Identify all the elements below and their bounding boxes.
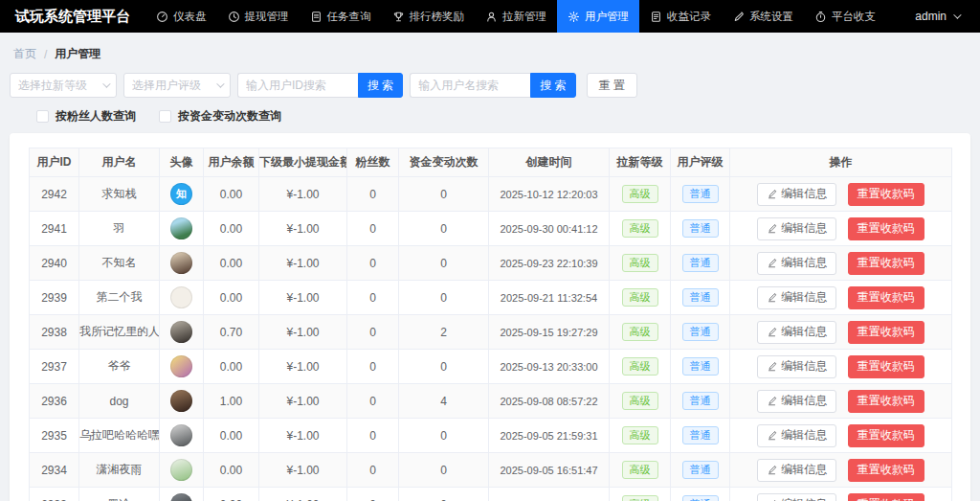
column-header: 创建时间	[489, 148, 610, 177]
edit-info-button[interactable]: 编辑信息	[757, 390, 836, 413]
pencil-icon	[767, 465, 777, 475]
records-icon	[650, 11, 662, 23]
column-header: 操作	[730, 148, 952, 177]
referral-level-tag: 高级	[622, 323, 658, 341]
edit-info-button[interactable]: 编辑信息	[757, 321, 836, 344]
nav-item[interactable]: 提现管理	[217, 0, 300, 33]
edit-info-button[interactable]: 编辑信息	[757, 286, 836, 309]
reset-payment-code-button[interactable]: 重置收款码	[848, 424, 924, 447]
fund-changes-checkbox[interactable]: 按资金变动次数查询	[159, 108, 281, 125]
nav-item[interactable]: 排行榜奖励	[382, 0, 476, 33]
cell-username: 潇湘夜雨	[79, 453, 160, 488]
user-menu[interactable]: admin	[894, 0, 980, 33]
cell-fund-changes: 0	[399, 212, 489, 246]
column-header: 拉新等级	[610, 148, 671, 177]
cell-referral-level: 高级	[610, 488, 671, 501]
cell-balance: 0.70	[204, 315, 259, 350]
edit-info-label: 编辑信息	[781, 496, 827, 501]
cell-fans: 0	[347, 212, 399, 246]
checkbox-box	[159, 110, 171, 123]
edit-info-button[interactable]: 编辑信息	[757, 493, 836, 501]
cell-user-rating: 普通	[671, 488, 730, 501]
reset-payment-code-button[interactable]: 重置收款码	[848, 252, 924, 275]
cell-avatar	[160, 246, 204, 281]
reset-payment-code-button[interactable]: 重置收款码	[848, 493, 924, 501]
avatar	[170, 217, 192, 239]
cell-referral-level: 高级	[610, 177, 671, 212]
cell-created-time: 2025-09-23 22:10:39	[489, 246, 610, 281]
nav-item-label: 仪表盘	[173, 10, 207, 24]
reset-payment-code-button[interactable]: 重置收款码	[848, 390, 924, 413]
edit-info-button[interactable]: 编辑信息	[757, 424, 836, 447]
referral-level-tag: 高级	[622, 254, 658, 272]
user-icon	[485, 11, 498, 23]
edit-info-button[interactable]: 编辑信息	[757, 459, 836, 482]
fund-changes-checkbox-label: 按资金变动次数查询	[178, 108, 281, 125]
breadcrumb: 首页 / 用户管理	[13, 46, 970, 62]
search-name-button[interactable]: 搜 索	[530, 73, 575, 98]
table-header-row: 用户ID用户名头像用户余额下级最小提现金额粉丝数资金变动次数创建时间拉新等级用户…	[30, 148, 952, 177]
breadcrumb-home[interactable]: 首页	[13, 46, 36, 62]
edit-info-button[interactable]: 编辑信息	[757, 252, 836, 275]
cell-operations: 编辑信息 重置收款码	[730, 488, 952, 501]
cell-referral-level: 高级	[610, 212, 671, 246]
avatar	[170, 286, 192, 308]
cell-username: 我所记忆里的人	[79, 315, 160, 350]
nav-item[interactable]: 仪表盘	[145, 0, 217, 33]
cell-balance: 0.00	[204, 177, 259, 212]
nav-item[interactable]: 平台收支	[804, 0, 886, 33]
breadcrumb-separator: /	[44, 48, 47, 61]
cell-user-id: 2935	[30, 419, 79, 453]
pencil-icon	[767, 430, 777, 441]
search-id-button[interactable]: 搜 索	[358, 73, 403, 98]
reset-button[interactable]: 重 置	[587, 73, 637, 98]
cell-referral-level: 高级	[610, 315, 671, 350]
username: admin	[915, 10, 947, 23]
user-rating-tag: 普通	[682, 461, 719, 479]
cell-operations: 编辑信息 重置收款码	[730, 177, 952, 212]
cell-balance: 1.00	[204, 384, 259, 419]
user-id-search-input[interactable]	[237, 73, 358, 98]
cell-avatar	[160, 488, 204, 501]
cell-created-time: 2025-09-15 19:27:29	[489, 315, 610, 350]
edit-info-button[interactable]: 编辑信息	[757, 217, 836, 240]
user-table: 用户ID用户名头像用户余额下级最小提现金额粉丝数资金变动次数创建时间拉新等级用户…	[29, 148, 952, 501]
nav-item[interactable]: 任务查询	[300, 0, 382, 33]
column-header: 用户评级	[671, 148, 730, 177]
cell-avatar: 知	[160, 177, 204, 212]
username-search-input[interactable]	[410, 73, 530, 98]
cell-user-id: 2936	[30, 384, 79, 419]
reset-payment-code-button[interactable]: 重置收款码	[848, 217, 924, 240]
cell-created-time: 2025-09-30 00:41:12	[489, 212, 610, 246]
cell-user-rating: 普通	[671, 384, 730, 419]
cell-operations: 编辑信息 重置收款码	[730, 419, 952, 453]
nav-item[interactable]: 用户管理	[557, 0, 639, 33]
cell-username: 第二个我	[79, 281, 160, 315]
reset-payment-code-button[interactable]: 重置收款码	[848, 183, 924, 206]
cell-min-withdraw: ¥-1.00	[259, 453, 347, 488]
referral-level-select[interactable]: 选择拉新等级	[10, 73, 117, 98]
user-rating-tag: 普通	[682, 323, 719, 341]
cell-user-id: 2938	[30, 315, 79, 350]
cell-fans: 0	[347, 177, 399, 212]
reset-payment-code-button[interactable]: 重置收款码	[848, 355, 924, 378]
user-rating-placeholder: 选择用户评级	[132, 78, 201, 94]
cell-created-time: 2025-09-05 21:59:31	[489, 419, 610, 453]
cell-fans: 0	[347, 488, 399, 501]
nav-item-label: 提现管理	[245, 10, 289, 24]
fans-count-checkbox[interactable]: 按粉丝人数查询	[36, 108, 136, 125]
reset-payment-code-button[interactable]: 重置收款码	[848, 286, 924, 309]
reset-payment-code-button[interactable]: 重置收款码	[848, 459, 924, 482]
cell-created-time: 2025-09-13 20:33:00	[489, 350, 610, 384]
user-rating-select[interactable]: 选择用户评级	[123, 73, 231, 98]
nav-item[interactable]: 拉新管理	[475, 0, 557, 33]
reset-payment-code-button[interactable]: 重置收款码	[848, 321, 924, 344]
edit-info-button[interactable]: 编辑信息	[757, 183, 836, 206]
edit-info-button[interactable]: 编辑信息	[757, 355, 836, 378]
cell-fund-changes: 4	[399, 384, 489, 419]
cell-user-id: 2940	[30, 246, 79, 281]
cell-min-withdraw: ¥-1.00	[259, 384, 347, 419]
edit-info-label: 编辑信息	[781, 186, 827, 202]
nav-item[interactable]: 收益记录	[639, 0, 722, 33]
nav-item[interactable]: 系统设置	[722, 0, 804, 33]
